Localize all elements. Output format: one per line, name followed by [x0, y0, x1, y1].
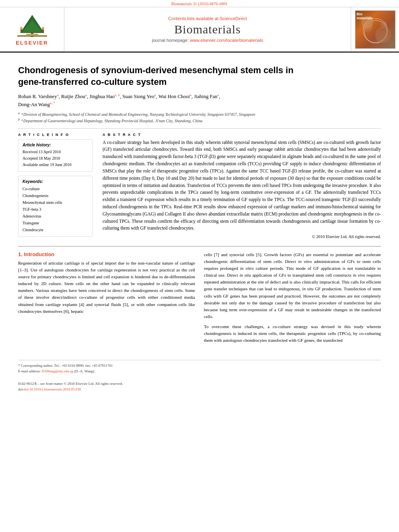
- available-date: Available online 19 June 2010: [23, 162, 88, 168]
- svg-point-5: [42, 27, 44, 29]
- keyword-co-culture: Co-culture: [23, 185, 88, 192]
- elsevier-logo-area: ELSEVIER: [0, 7, 64, 51]
- intro-right-column: cells [7] and synovial cells [5]. Growth…: [204, 251, 381, 347]
- intro-paragraph-1: Regeneration of articular cartilage is o…: [18, 260, 195, 314]
- cover-text-materials: materials: [357, 16, 373, 20]
- journal-homepage: journal homepage: www.elsevier.com/locat…: [152, 38, 263, 43]
- svg-rect-4: [21, 29, 22, 33]
- affiliation-a: a ᵃ Division of Bioengineering, School o…: [18, 111, 381, 117]
- intro-left-column: 1. Introduction Regeneration of articula…: [18, 251, 195, 347]
- article-history-box: Article history: Received 13 April 2010 …: [18, 139, 93, 172]
- article-info-abstract-section: A R T I C L E I N F O Article history: R…: [18, 133, 381, 239]
- abstract-text: A co-culture strategy has been developed…: [103, 139, 381, 232]
- article-info-column: A R T I C L E I N F O Article history: R…: [18, 133, 93, 239]
- issn-notice: 0142-9612/$ – see front matter © 2010 El…: [18, 381, 381, 386]
- main-content-section: 1. Introduction Regeneration of articula…: [18, 246, 381, 347]
- journal-title: Biomaterials: [174, 23, 241, 36]
- authors-line: Rohan R. Varshneya, Ruijie Zhoua, Jinghu…: [18, 92, 381, 109]
- journal-reference: Biomaterials 31 (2010) 6876–6891: [0, 0, 399, 7]
- accepted-date: Accepted 18 May 2010: [23, 155, 88, 162]
- keyword-chondrocyte: Chondrocyte: [23, 226, 88, 233]
- journal-cover-image: Bio materials: [355, 10, 395, 49]
- intro-paragraph-2: cells [7] and synovial cells [5]. Growth…: [204, 251, 381, 320]
- elsevier-wordmark: ELSEVIER: [16, 40, 48, 46]
- elsevier-logo: ELSEVIER: [14, 13, 50, 46]
- journal-cover-area: Bio materials: [351, 7, 399, 51]
- journal-title-area: Contents lists available at ScienceDirec…: [64, 7, 351, 51]
- email-link[interactable]: DAWang@ntu.edu.sg: [41, 369, 73, 373]
- svg-point-3: [20, 27, 23, 29]
- article-body: Chondrogenesis of synovium-derived mesen…: [0, 53, 399, 355]
- email-address-note: E-mail address: DAWang@ntu.edu.sg (D.-A.…: [18, 368, 381, 374]
- cover-text-bio: Bio: [357, 12, 373, 16]
- keyword-chondrogenesis: Chondrogenesis: [23, 192, 88, 199]
- keywords-box: Keywords: Co-culture Chondrogenesis Mese…: [18, 176, 93, 237]
- doi-link[interactable]: doi:10.1016/j.biomaterials.2010.05.038: [24, 387, 81, 391]
- corresponding-author-note: * Corresponding author. Tel.: +65 6316 8…: [18, 363, 381, 368]
- svg-point-9: [364, 21, 387, 43]
- homepage-url[interactable]: www.elsevier.com/locate/biomaterials: [190, 38, 263, 43]
- affiliations: a ᵃ Division of Bioengineering, School o…: [18, 111, 381, 124]
- keywords-label: Keywords:: [23, 179, 88, 184]
- svg-rect-8: [26, 34, 38, 36]
- svg-point-10: [363, 22, 372, 32]
- keyword-transgene: Transgene: [23, 220, 88, 226]
- copyright-notice: © 2010 Elsevier Ltd. All rights reserved…: [103, 234, 381, 239]
- svg-point-12: [380, 22, 387, 28]
- article-info-heading: A R T I C L E I N F O: [18, 133, 93, 137]
- intro-paragraph-3: To overcome these challenges, a co-cultu…: [204, 323, 381, 344]
- introduction-title: 1. Introduction: [18, 251, 195, 257]
- abstract-column: A B S T R A C T A co-culture strategy ha…: [103, 133, 381, 239]
- journal-header: ELSEVIER Contents lists available at Sci…: [0, 7, 399, 53]
- keyword-tgf: TGF-beta 3: [23, 206, 88, 213]
- abstract-heading: A B S T R A C T: [103, 133, 381, 137]
- doi-notice: doi:doi:10.1016/j.biomaterials.2010.05.0…: [18, 386, 381, 392]
- affiliation-b: b ᵇ Department of Gastroenterology and H…: [18, 117, 381, 124]
- elsevier-tree-icon: [14, 13, 50, 39]
- sciencedirect-link-text[interactable]: ScienceDirect: [220, 16, 247, 21]
- article-title: Chondrogenesis of synovium-derived mesen…: [18, 65, 381, 88]
- received-date: Received 13 April 2010: [23, 149, 88, 155]
- cover-decoration-icon: [360, 19, 392, 45]
- divider-1: [18, 128, 381, 129]
- page-footer: * Corresponding author. Tel.: +65 6316 8…: [18, 360, 381, 392]
- keyword-adenovirus: Adenovirus: [23, 213, 88, 220]
- sciencedirect-text: Contents lists available at ScienceDirec…: [168, 16, 247, 21]
- svg-rect-6: [42, 29, 44, 33]
- article-history-label: Article history:: [23, 143, 88, 147]
- keyword-mscs: Mesenchymal stem cells: [23, 199, 88, 206]
- svg-point-11: [375, 31, 388, 43]
